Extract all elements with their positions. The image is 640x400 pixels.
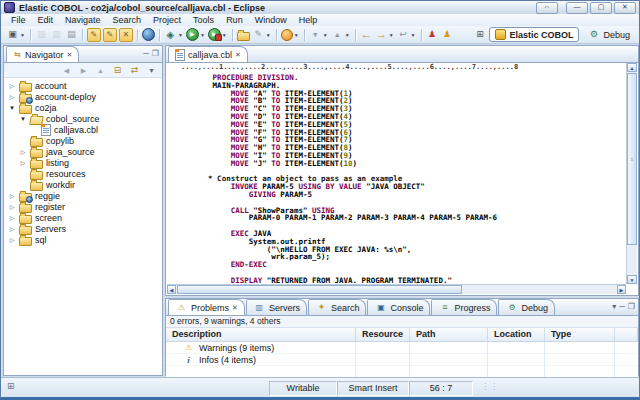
expand-arrow-icon[interactable]: ▷ (8, 93, 16, 100)
scroll-left-icon[interactable]: ◀ (167, 285, 176, 294)
menu-edit[interactable]: Edit (32, 15, 60, 25)
nav-back-icon[interactable]: ◀ (60, 64, 73, 77)
open-perspective-icon[interactable]: ⊞ (473, 28, 486, 41)
dropdown-caret-icon[interactable]: ▼ (20, 32, 25, 38)
horizontal-scroll-thumb[interactable] (177, 285, 462, 294)
collapse-all-icon[interactable]: ⊟ (111, 64, 124, 77)
window-switch-icon[interactable]: ⇔ (536, 2, 558, 14)
expand-arrow-icon[interactable]: ▷ (19, 148, 27, 155)
minimize-view-icon[interactable]: ─ (143, 49, 149, 58)
tree-item-reggie[interactable]: ▷reggie (4, 190, 162, 201)
save-button[interactable]: ▥ (34, 27, 49, 42)
collapse-arrow-icon[interactable]: ▾ (19, 115, 27, 123)
menu-window[interactable]: Window (249, 15, 293, 25)
tree-item-screen[interactable]: ▷screen (4, 212, 162, 223)
minimize-view-icon[interactable]: ─ (619, 302, 625, 311)
external-tools-button[interactable]: ▶▼ (207, 27, 229, 42)
maximize-icon[interactable]: ▢ (590, 2, 612, 14)
tools-ball-button[interactable]: ▼ (280, 27, 301, 42)
web-browser-button[interactable] (141, 27, 156, 42)
open-folder-button[interactable] (236, 27, 251, 42)
profile-gold-button[interactable]: ♟ (440, 27, 455, 42)
link-editor-icon[interactable]: ⇄ (128, 64, 141, 77)
menu-navigate[interactable]: Navigate (59, 15, 107, 25)
print-button[interactable]: ▤ (64, 27, 79, 42)
tree-item-listing[interactable]: ▷listing (4, 157, 162, 168)
tree-item-workdir[interactable]: workdir (4, 179, 162, 190)
tree-item-account[interactable]: ▷account (4, 80, 162, 91)
scroll-right-icon[interactable]: ▶ (617, 285, 626, 294)
column-header-path[interactable]: Path (410, 328, 488, 341)
close-editor-tab-icon[interactable]: ✕ (235, 51, 241, 59)
expand-arrow-icon[interactable]: ▷ (8, 192, 16, 199)
close-icon[interactable]: ✕ (614, 2, 636, 14)
cobol-build-button[interactable]: ✎ (86, 27, 102, 42)
scroll-down-icon[interactable]: ▼ (627, 275, 637, 284)
forward-history-button[interactable]: →▼ (374, 27, 396, 42)
expand-arrow-icon[interactable]: ▷ (8, 203, 16, 210)
dropdown-caret-icon[interactable]: ▼ (266, 32, 271, 38)
run-launch-button[interactable]: ▶▼ (185, 27, 207, 42)
dropdown-caret-icon[interactable]: ▼ (200, 32, 205, 38)
navigator-tab[interactable]: ⇆ Navigator ✕ (6, 46, 79, 62)
close-navigator-icon[interactable]: ✕ (67, 51, 73, 59)
tab-console[interactable]: ▣Console (367, 299, 430, 315)
dropdown-caret-icon[interactable]: ▼ (294, 32, 299, 38)
code-editor[interactable]: PROCEDURE DIVISION. MAIN-PARAGRAPH. MOVE… (166, 72, 638, 292)
tree-item-register[interactable]: ▷register (4, 201, 162, 212)
editor-vertical-scrollbar[interactable]: ▲ ≡ ▼ (626, 63, 637, 284)
minimize-icon[interactable]: — (566, 2, 588, 14)
dropdown-caret-icon[interactable]: ▼ (411, 32, 416, 38)
dropdown-caret-icon[interactable]: ▼ (389, 32, 394, 38)
expand-arrow-icon[interactable]: ▷ (8, 214, 16, 221)
tree-item-cobol-source[interactable]: ▾cobol_source (4, 113, 162, 124)
maximize-view-icon[interactable]: ❐ (152, 49, 159, 58)
back-history-button[interactable]: ← (359, 27, 374, 42)
menu-search[interactable]: Search (107, 15, 148, 25)
menu-run[interactable]: Run (220, 15, 249, 25)
dropdown-caret-icon[interactable]: ▼ (323, 32, 328, 38)
cobol-build-all-button[interactable]: ✎ (102, 27, 118, 42)
problems-row-infos[interactable]: iInfos (4 items) (166, 354, 638, 366)
tab-debug[interactable]: ⚙Debug (498, 299, 555, 315)
profile-red-button[interactable]: ♟ (425, 27, 440, 42)
nav-forward-icon[interactable]: ▶ (77, 64, 90, 77)
expand-arrow-icon[interactable]: ▷ (8, 236, 16, 243)
menu-help[interactable]: Help (293, 15, 324, 25)
column-header-description[interactable]: Description (166, 328, 356, 341)
expand-arrow-icon[interactable]: ▷ (19, 159, 27, 166)
collapse-arrow-icon[interactable]: ▾ (8, 104, 16, 112)
maximize-view-icon[interactable]: ❐ (628, 302, 635, 311)
editor-horizontal-scrollbar[interactable]: ◀ ▶ (167, 284, 626, 294)
tab-servers[interactable]: ▥Servers (246, 299, 307, 315)
tree-item-java-source[interactable]: ▷java_source (4, 146, 162, 157)
perspective-debug[interactable]: ⚙Debug (582, 27, 635, 42)
dropdown-caret-icon[interactable]: ▼ (345, 32, 350, 38)
tree-item-servers[interactable]: ▷Servers (4, 223, 162, 234)
last-edit-location-button[interactable]: ↩▼ (396, 27, 418, 42)
scroll-up-icon[interactable]: ▲ (627, 63, 637, 72)
tab-problems[interactable]: ⚠Problems✕ (168, 299, 245, 315)
prev-annotation-button[interactable]: ▲▼ (330, 27, 352, 42)
cobol-clean-button[interactable]: ✕ (118, 27, 134, 42)
perspective-elastic-cobol[interactable]: Elastic COBOL (489, 27, 579, 42)
tree-item-resources[interactable]: resources (4, 168, 162, 179)
tab-progress[interactable]: ≡Progress (431, 299, 497, 315)
view-menu-icon[interactable]: ▾ (612, 302, 616, 311)
fast-view-icon[interactable]: ⊞ (7, 381, 15, 391)
menu-project[interactable]: Project (147, 15, 187, 25)
problems-row-warnings[interactable]: ⚠Warnings (9 items) (166, 342, 638, 354)
tree-item-copylib[interactable]: copylib (4, 135, 162, 146)
dropdown-caret-icon[interactable]: ▼ (222, 32, 227, 38)
tab-search[interactable]: ✦Search (308, 299, 367, 315)
vertical-scroll-thumb[interactable]: ≡ (627, 73, 637, 245)
save-as-button[interactable]: ▥ (49, 27, 64, 42)
menu-tools[interactable]: Tools (187, 15, 220, 25)
next-annotation-button[interactable]: ▼▼ (308, 27, 330, 42)
new-wizard-button[interactable]: ▣▼ (5, 27, 27, 42)
column-header-resource[interactable]: Resource (356, 328, 410, 341)
expand-arrow-icon[interactable]: ▷ (8, 82, 16, 89)
dropdown-caret-icon[interactable]: ▼ (178, 32, 183, 38)
debug-launch-button[interactable]: ◈▼ (163, 27, 185, 42)
tree-item-account-deploy[interactable]: ▷account-deploy (4, 91, 162, 102)
